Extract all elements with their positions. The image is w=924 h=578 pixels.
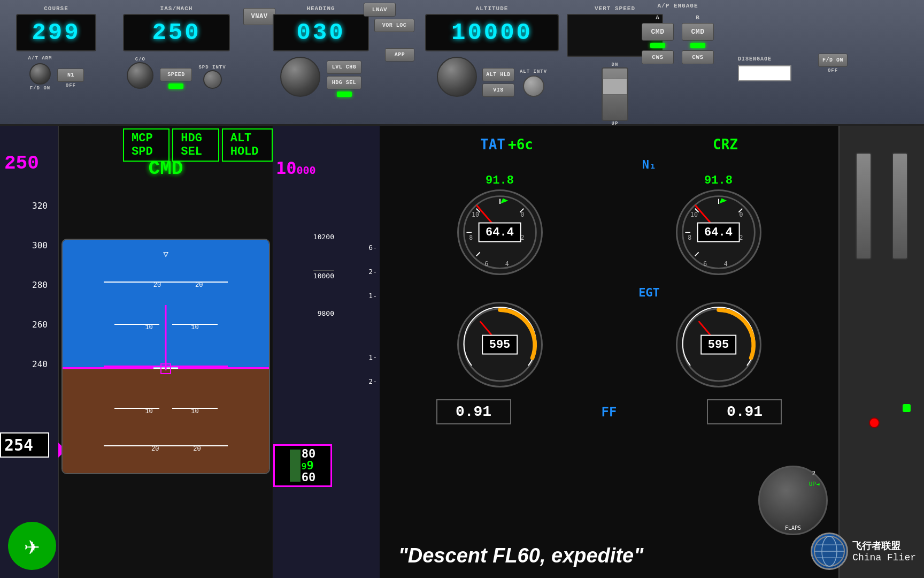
speed-tape: 250 320 300 280 260 240 254: [0, 126, 59, 578]
n1-button[interactable]: N1: [57, 69, 84, 82]
vor-loc-section: VOR LOC: [374, 19, 414, 32]
alt-scale-10000: 10000: [313, 270, 334, 280]
subtitle-span: "Descent FL60, expedite": [398, 544, 643, 567]
alt-hld-button[interactable]: ALT HLD: [482, 68, 514, 81]
disengage-bar[interactable]: [738, 65, 791, 81]
crz-label: CRZ: [713, 136, 738, 153]
flaps-dial[interactable]: 2 FLAPS UP◄: [758, 466, 828, 535]
heading-knob[interactable]: [280, 57, 320, 97]
co-knob[interactable]: [127, 62, 153, 89]
cws-a-button[interactable]: CWS: [642, 50, 674, 64]
heading-section: HEADING 030 LVL CHG HDG SEL: [273, 5, 369, 97]
watermark-text: 飞行者联盟 China Flier: [852, 539, 916, 563]
vor-loc-button[interactable]: VOR LOC: [374, 19, 414, 32]
at-arm-label: A/T ARM: [28, 56, 52, 61]
lvl-chg-button[interactable]: LVL CHG: [327, 60, 361, 74]
off-label-1: OFF: [66, 83, 76, 88]
app-button[interactable]: APP: [385, 48, 414, 62]
vert-speed-slider[interactable]: [602, 67, 628, 121]
spd-intv-knob[interactable]: [203, 70, 222, 89]
cmd-b-led: [690, 43, 705, 48]
altitude-label: ALTITUDE: [476, 5, 509, 12]
svg-text:10: 10: [472, 211, 479, 218]
cmd-b-button[interactable]: CMD: [682, 23, 714, 41]
alt-rolling-digits: 80 99 60: [302, 448, 316, 483]
speed-scale-320: 320: [0, 201, 58, 211]
fd-on-right: F/D ON OFF: [818, 54, 848, 73]
left-wing-far: [63, 367, 94, 369]
alt-small: 000: [297, 164, 316, 177]
alt-big: 10: [276, 158, 297, 178]
vert-speed-label: VERT SPEED: [595, 5, 635, 12]
heading-display: 030: [273, 14, 369, 51]
throttle-lever-2[interactable]: [892, 153, 908, 260]
alt-intv-label: ALT INTV: [520, 69, 547, 74]
mcp-panel: COURSE 299 A/T ARM F/D ON N1 OFF IAS/MAC…: [0, 0, 924, 126]
off-label-right: OFF: [818, 68, 848, 73]
dn-label: DN: [612, 62, 619, 67]
egt-gauge-circle-2: 595: [676, 302, 761, 387]
n1-value-1: 64.4: [478, 223, 521, 242]
ap-mode-mcp-spd: MCP SPD: [123, 128, 170, 162]
fd-on-right-button[interactable]: F/D ON: [818, 54, 848, 67]
ap-engage-section: A/P ENGAGE A CMD CWS B CMD CWS: [642, 3, 714, 64]
adi-display: 20 20 10 10 10 10 20 20: [61, 239, 270, 474]
lnav-button[interactable]: LNAV: [364, 3, 396, 17]
egt-value-2: 595: [700, 335, 737, 355]
speed-button[interactable]: SPEED: [160, 68, 192, 81]
flaps-dial-label: 2: [812, 470, 815, 477]
vis-button[interactable]: VIS: [482, 83, 514, 97]
egt-gauge-1: 595: [457, 302, 543, 387]
speed-scale-280: 280: [0, 280, 58, 290]
cws-b-button[interactable]: CWS: [682, 50, 714, 64]
speed-scale-300: 300: [0, 240, 58, 250]
speed-led: [168, 83, 183, 89]
svg-text:10: 10: [690, 211, 698, 218]
svg-text:4: 4: [505, 260, 509, 268]
pitch-label-10-left: 10: [145, 324, 152, 331]
speed-box-value: 254: [1, 434, 36, 457]
speed-magenta-value: 250: [4, 153, 39, 174]
ap-mode-hdg-sel: HDG SEL: [172, 128, 219, 162]
ias-display: 250: [123, 14, 230, 51]
pitch-label-neg10-left: 10: [145, 408, 152, 415]
watermark-globe: [811, 533, 848, 570]
at-arm-knob[interactable]: [29, 63, 51, 85]
ias-mach-section: IAS/MACH 250 C/O SPEED SPD INTV: [123, 5, 230, 89]
tat-section: TAT +6c: [480, 136, 533, 153]
disengage-section: DISENGAGE: [738, 54, 791, 81]
vsi-scale-2-bot: 2-: [368, 377, 377, 385]
n1-label-display: N₁: [642, 158, 657, 171]
n1-gauge-circle-1: 10 8 6 4 2 0 64.4: [457, 189, 543, 275]
egt-gauges-row: 595 595: [390, 302, 828, 387]
altitude-knob[interactable]: [437, 57, 477, 97]
egt-gauge-2: 595: [676, 302, 761, 387]
watermark-english: China Flier: [852, 552, 916, 563]
throttle-lever-1[interactable]: [856, 153, 872, 260]
subtitle-text: "Descent FL60, expedite": [235, 544, 806, 567]
hdg-sel-led: [337, 92, 352, 97]
egt-section-label: EGT: [471, 286, 828, 299]
svg-text:0: 0: [739, 211, 743, 218]
pitch-label-neg10-right: 10: [191, 408, 198, 415]
throttle-red-button[interactable]: [869, 417, 880, 428]
vsi-scale-1-top: 1-: [368, 292, 377, 300]
svg-text:0: 0: [520, 211, 524, 218]
n1-gauges-row: 91.8 10 8 6 4: [390, 174, 828, 275]
b-label: B: [696, 14, 700, 21]
pitch-label-neg20-right: 20: [193, 445, 201, 453]
hdg-sel-button[interactable]: HDG SEL: [327, 76, 361, 89]
watermark-right: 飞行者联盟 China Flier: [811, 533, 916, 570]
course-display: 299: [16, 14, 96, 51]
tat-value: +6c: [508, 136, 533, 153]
cmd-a-led: [650, 43, 665, 48]
app-section: APP: [385, 48, 414, 62]
egt-label-display: EGT: [638, 286, 660, 299]
up-arrow: UP◄: [809, 481, 820, 488]
watermark-chinese: 飞行者联盟: [852, 539, 916, 552]
alt-intv-knob[interactable]: [523, 75, 544, 97]
co-label: C/O: [135, 57, 145, 62]
watermark-plane-icon: ✈: [25, 530, 40, 562]
pitch-label-10-right: 10: [191, 324, 198, 331]
cmd-a-button[interactable]: CMD: [642, 23, 674, 41]
